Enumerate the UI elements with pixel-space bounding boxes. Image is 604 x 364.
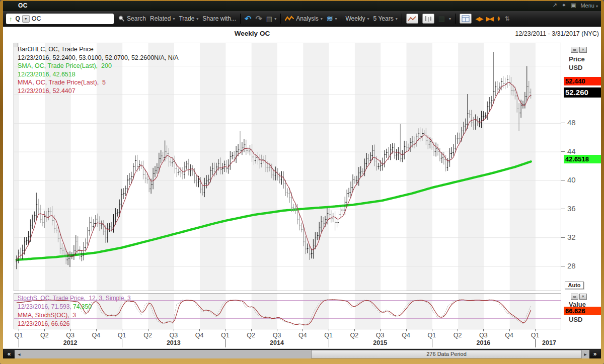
quarter-label: Q4: [502, 332, 517, 339]
expand-vertical-icon[interactable]: ▲▼: [497, 16, 501, 22]
quarter-tick: [354, 329, 355, 331]
quarter-tick: [458, 329, 458, 331]
quarter-tick: [406, 329, 407, 331]
close-panel-icon[interactable]: ✕: [579, 294, 587, 300]
bar-chart-style-button[interactable]: [422, 14, 434, 24]
symbol-dropdown-button[interactable]: ▾: [22, 15, 30, 23]
close-panel-icon[interactable]: ✕: [579, 47, 587, 53]
app-window: OC ↗ ✦ ▣ Menu ▾ ↑ Q ▾ Search Related▾ Tr…: [3, 1, 601, 358]
swap-panels-icon[interactable]: ⇅: [505, 15, 510, 22]
axis-tick-mark: [561, 266, 565, 266]
range-label: 5 Years: [373, 15, 394, 22]
trade-label: Trade: [179, 15, 194, 22]
quarter-label: Q1: [114, 332, 129, 339]
quarter-label: Q2: [450, 332, 465, 339]
quarter-label: Q1: [321, 332, 336, 339]
quarter-label: Q1: [11, 332, 26, 339]
report-button[interactable]: [460, 14, 472, 24]
price-tick-label: 48: [567, 118, 576, 127]
search-button[interactable]: Search: [118, 15, 146, 22]
app-window-frame: OC ↗ ✦ ▣ Menu ▾ ↑ Q ▾ Search Related▾ Tr…: [0, 0, 604, 364]
toolbar-separator: [280, 14, 281, 24]
quarter-tick: [225, 329, 225, 331]
toolbar: ↑ Q ▾ Search Related▾ Trade▾ Share with.…: [3, 11, 601, 27]
menu-button[interactable]: Menu ▾: [580, 3, 598, 9]
minimize-panel-icon[interactable]: ▭: [571, 47, 578, 53]
panel-handle[interactable]: [14, 43, 18, 47]
redo-icon[interactable]: ↷: [255, 14, 262, 24]
scroll-left-arrow[interactable]: ◂: [16, 350, 23, 358]
trade-button[interactable]: Trade▾: [179, 15, 198, 22]
quarter-tick: [174, 329, 174, 331]
price-up-arrow-icon: ↑: [9, 15, 13, 23]
popout-icon[interactable]: ↗: [553, 2, 557, 9]
stoch-axis-unit: USD: [569, 316, 582, 323]
year-tick: [432, 339, 432, 347]
line-chart-icon: [408, 16, 417, 22]
axis-tick-mark: [561, 123, 565, 123]
quarter-tick: [122, 329, 122, 331]
stoch-value-badge: 66.626: [564, 307, 601, 315]
pin-icon[interactable]: ✦: [562, 2, 566, 9]
chevron-down-icon: ▾: [173, 17, 175, 21]
line-chart-style-button[interactable]: [406, 14, 418, 24]
layouts-button[interactable]: ▤▾: [266, 15, 276, 23]
indicator-waves-button[interactable]: ≋▾: [327, 14, 337, 23]
time-axis: Q1Q2Q3Q4Q1Q2Q3Q4Q1Q2Q3Q4Q1Q2Q3Q4Q1Q2Q3Q4…: [14, 329, 561, 348]
range-button[interactable]: 5 Years▾: [373, 15, 398, 22]
symbol-input[interactable]: [32, 15, 113, 23]
year-label: 2014: [262, 339, 292, 346]
scroll-right-arrow[interactable]: ▸: [582, 350, 589, 358]
year-label: 2016: [468, 339, 498, 346]
quarter-label: Q1: [217, 332, 233, 339]
quarter-tick: [251, 329, 252, 331]
quarter-tick: [432, 329, 432, 331]
toolbar-separator: [402, 14, 402, 24]
minimize-panel-icon[interactable]: ▭: [571, 294, 578, 300]
related-button[interactable]: Related▾: [150, 15, 175, 22]
year-label: 2013: [159, 339, 189, 346]
quarter-tick: [277, 329, 277, 331]
expand-horizontal-icon[interactable]: ◀▶: [476, 16, 482, 22]
price-panel-controls: ▭ ✕: [571, 47, 587, 53]
toolbar-separator: [341, 14, 341, 24]
year-label: 2017: [534, 339, 564, 346]
price-tick-label: 40: [567, 175, 576, 184]
period-button[interactable]: Weekly▾: [345, 15, 369, 22]
analysis-button[interactable]: Analysis▾: [285, 15, 323, 22]
chevron-down-icon: ▾: [596, 4, 598, 9]
collapse-horizontal-icon[interactable]: ▶◀: [486, 16, 493, 22]
quarter-label: Q3: [63, 332, 78, 339]
undo-icon[interactable]: ↶: [245, 14, 251, 24]
axis-tick-mark: [561, 237, 565, 238]
price-panel[interactable]: [14, 43, 561, 291]
window-title: OC: [18, 2, 28, 9]
sma-price-badge: 42.6518: [564, 155, 601, 163]
symbol-entry-group[interactable]: ↑ Q ▾: [6, 14, 114, 24]
chevron-down-icon[interactable]: ▾: [449, 17, 451, 21]
scrollbar-thumb[interactable]: 276 Data Period: [311, 350, 582, 358]
year-label: 2015: [365, 339, 395, 346]
window-mode-icon[interactable]: ▣: [571, 2, 576, 9]
time-scrollbar: « ◂ 276 Data Period ▸ »: [3, 349, 601, 358]
price-tick-label: 32: [567, 233, 576, 241]
scroll-far-left-button[interactable]: «: [4, 350, 15, 358]
quarter-tick: [329, 329, 329, 331]
scroll-far-right-button[interactable]: »: [589, 350, 600, 358]
share-with-button[interactable]: Share with...: [202, 15, 236, 22]
stochastic-canvas[interactable]: [14, 294, 561, 329]
price-axis-unit: USD: [569, 64, 582, 71]
year-tick: [19, 339, 19, 347]
compare-chart-icon[interactable]: ▥: [438, 15, 445, 23]
ohlc-chart-icon: [424, 16, 433, 22]
quarter-tick: [535, 329, 536, 331]
quarter-label: Q4: [89, 332, 104, 339]
year-tick: [329, 339, 329, 347]
axis-divider: [3, 348, 601, 348]
stochastic-panel[interactable]: [14, 293, 561, 329]
quarter-tick: [303, 329, 303, 331]
price-chart-canvas[interactable]: [14, 43, 561, 291]
auto-scale-button[interactable]: Auto: [565, 282, 584, 289]
quarter-label: Q2: [140, 332, 156, 339]
price-tick-label: 36: [567, 204, 576, 213]
